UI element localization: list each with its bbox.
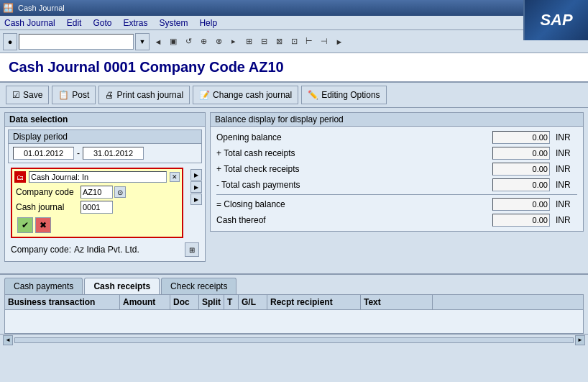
th-business-transaction: Business transaction xyxy=(5,295,120,309)
tab-check-receipts[interactable]: Check receipts xyxy=(161,278,236,294)
arrow-mid-btn[interactable]: ▶ xyxy=(190,181,202,193)
cash-journal-popup: 🗂 ✕ Company code ⊙ Cash journal xyxy=(11,168,183,238)
main-content: Data selection Display period - xyxy=(0,108,588,273)
balance-row-1: + Total cash receipts INR xyxy=(211,145,583,161)
toolbar-icon-7[interactable]: ⊟ xyxy=(257,35,271,49)
from-date-input[interactable] xyxy=(13,147,74,160)
balance-row-2: + Total check receipts INR xyxy=(211,161,583,177)
cash-journal-search-input[interactable] xyxy=(29,171,167,183)
menu-help[interactable]: Help xyxy=(198,18,219,28)
toolbar-icon-3[interactable]: ⊕ xyxy=(196,35,211,49)
toolbar-icon-9[interactable]: ⊡ xyxy=(287,35,301,49)
horizontal-scrollbar[interactable] xyxy=(14,337,574,343)
tabs-row: Cash payments Cash receipts Check receip… xyxy=(0,275,588,294)
arrow-down-btn[interactable]: ▶ xyxy=(190,194,202,205)
balance-row-0: Opening balance INR xyxy=(211,129,583,145)
balance-row-4: = Closing balance INR xyxy=(211,196,583,212)
change-button[interactable]: 📝 Change cash journal xyxy=(193,86,298,104)
scroll-right-btn[interactable]: ► xyxy=(575,335,585,345)
bottom-section: Cash payments Cash receipts Check receip… xyxy=(0,273,588,345)
history-btn[interactable]: ▼ xyxy=(135,33,150,50)
th-recpt-recipient: Recpt recipient xyxy=(267,295,361,309)
balance-value-4 xyxy=(492,198,550,211)
balance-label-1: + Total cash receipts xyxy=(216,148,487,158)
company-code-lookup-btn[interactable]: ⊙ xyxy=(114,186,126,198)
popup-close-btn[interactable]: ✕ xyxy=(170,172,180,182)
balance-currency-1: INR xyxy=(556,148,577,158)
toolbar-icon-1[interactable]: ▣ xyxy=(166,35,180,49)
th-t: T xyxy=(224,295,239,309)
confirm-ok-btn[interactable]: ✔ xyxy=(17,217,33,233)
save-button[interactable]: ☑ Save xyxy=(6,86,49,104)
menu-extras[interactable]: Extras xyxy=(121,18,149,28)
date-fields-row: - xyxy=(9,144,201,163)
balance-currency-2: INR xyxy=(556,164,577,174)
th-amount: Amount xyxy=(120,295,170,309)
menu-bar: Cash Journal Edit Goto Extras System Hel… xyxy=(0,16,588,30)
balance-currency-3: INR xyxy=(556,180,577,190)
scroll-left-btn[interactable]: ◄ xyxy=(3,335,13,345)
balance-label-2: + Total check receipts xyxy=(216,164,487,174)
balance-display-panel: Balance display for display period Openi… xyxy=(210,112,584,269)
toolbar-icon-nav[interactable]: ► xyxy=(332,35,346,49)
command-field[interactable] xyxy=(19,34,134,50)
balance-row-3: - Total cash payments INR xyxy=(211,177,583,193)
tab-cash-payments[interactable]: Cash payments xyxy=(4,278,83,294)
toolbar-icon-2[interactable]: ↺ xyxy=(181,35,196,49)
th-doc: Doc xyxy=(170,295,199,309)
toolbar: ● ▼ ◄ ▣ ↺ ⊕ ⊗ ▸ ⊞ ⊟ ⊠ ⊡ ⊢ ⊣ ► xyxy=(0,30,588,53)
balance-label-4: = Closing balance xyxy=(216,199,487,209)
editing-icon: ✏️ xyxy=(308,90,318,100)
menu-cash-journal[interactable]: Cash Journal xyxy=(3,18,57,28)
table-body xyxy=(5,310,583,333)
cash-journal-number-input[interactable] xyxy=(81,201,113,214)
balance-value-1 xyxy=(492,147,550,160)
company-code-row: Company code ⊙ xyxy=(14,186,180,199)
table-header: Business transaction Amount Doc Split T … xyxy=(5,295,583,310)
confirm-cancel-btn[interactable]: ✖ xyxy=(35,217,51,233)
th-text: Text xyxy=(361,295,433,309)
print-icon: 🖨 xyxy=(105,90,114,100)
nav-back-icon[interactable]: ◄ xyxy=(151,35,165,49)
cash-journal-popup-icon: 🗂 xyxy=(14,171,26,183)
data-selection-panel: Data selection Display period - xyxy=(4,112,206,269)
toolbar-icon-6[interactable]: ⊞ xyxy=(242,35,256,49)
display-period-title: Display period xyxy=(9,130,201,144)
print-button[interactable]: 🖨 Print cash journal xyxy=(98,86,190,104)
balance-value-5 xyxy=(492,214,550,227)
balance-currency-4: INR xyxy=(556,199,577,209)
balance-row-5: Cash thereof INR xyxy=(211,212,583,228)
toolbar-icon-10[interactable]: ⊢ xyxy=(302,35,316,49)
bottom-scrollbar: ◄ ► xyxy=(0,334,588,345)
company-row-value: Az India Pvt. Ltd. xyxy=(74,245,139,255)
menu-system[interactable]: System xyxy=(157,18,189,28)
balance-rows: Opening balance INR + Total cash receipt… xyxy=(211,127,583,231)
action-toolbar: ☑ Save 📋 Post 🖨 Print cash journal 📝 Cha… xyxy=(0,83,588,108)
tab-cash-receipts[interactable]: Cash receipts xyxy=(84,278,160,294)
toolbar-icon-4[interactable]: ⊗ xyxy=(211,35,226,49)
toolbar-icon-5[interactable]: ▸ xyxy=(226,35,241,49)
page-title: Cash Journal 0001 Company Code AZ10 xyxy=(0,53,588,83)
balance-label-3: - Total cash payments xyxy=(216,180,487,190)
to-date-input[interactable] xyxy=(83,147,144,160)
back-icon[interactable]: ● xyxy=(3,33,17,50)
th-gl: G/L xyxy=(239,295,267,309)
balance-label-0: Opening balance xyxy=(216,132,487,142)
toolbar-icon-8[interactable]: ⊠ xyxy=(272,35,286,49)
editing-options-button[interactable]: ✏️ Editing Options xyxy=(301,86,386,104)
toolbar-icon-11[interactable]: ⊣ xyxy=(317,35,331,49)
balance-value-3 xyxy=(492,178,550,191)
menu-edit[interactable]: Edit xyxy=(65,18,83,28)
screen-btn[interactable]: ⊞ xyxy=(185,242,199,257)
company-code-input[interactable] xyxy=(81,186,113,199)
window-title: Cash Journal xyxy=(18,4,65,12)
arrow-up-btn[interactable]: ▶ xyxy=(190,169,202,181)
th-split: Split xyxy=(199,295,224,309)
balance-label-5: Cash thereof xyxy=(216,215,487,225)
data-selection-title: Data selection xyxy=(5,113,205,127)
post-icon: 📋 xyxy=(58,90,69,100)
sap-logo: SAP xyxy=(523,0,588,40)
post-button[interactable]: 📋 Post xyxy=(52,86,96,104)
balance-currency-5: INR xyxy=(556,215,577,225)
menu-goto[interactable]: Goto xyxy=(91,18,113,28)
